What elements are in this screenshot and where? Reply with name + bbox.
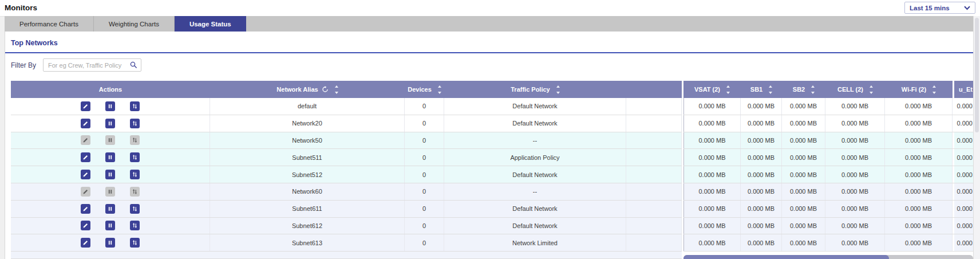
column-label: Devices [408, 86, 432, 93]
horizontal-scrollbar-thumb[interactable] [683, 255, 889, 259]
pause-action-button[interactable] [105, 170, 115, 179]
usage-cell-sb1: 0.000 MB [741, 218, 782, 234]
network-alias-cell: Subnet611 [210, 201, 405, 217]
pause-action-button[interactable] [105, 204, 115, 214]
network-alias-cell: Subnet511 [210, 149, 405, 166]
edit-pencil-icon [82, 171, 89, 178]
tab-bar: Performance Charts Weighting Charts Usag… [5, 16, 973, 32]
usage-cell-sb2: 0.000 MB [782, 183, 825, 200]
filler-cell [626, 166, 682, 183]
column-header-sb2[interactable]: SB2 [782, 81, 825, 98]
column-header-wi-fi-2[interactable]: Wi-Fi (2) [885, 81, 953, 98]
actions-cell [11, 218, 210, 234]
usage-cell-cell-2: 0.000 MB [825, 201, 885, 217]
column-header-sb1[interactable]: SB1 [741, 81, 782, 98]
filter-input-wrap [43, 58, 141, 72]
edit-action-button[interactable] [81, 101, 90, 111]
devices-cell: 0 [405, 201, 444, 217]
edit-pencil-icon [82, 240, 89, 246]
edit-action-button [81, 135, 90, 145]
pause-action-button[interactable] [105, 221, 115, 230]
pause-icon [107, 206, 113, 212]
priority-action-button[interactable] [130, 204, 140, 214]
up-down-arrows-icon [132, 189, 138, 195]
priority-action-button[interactable] [130, 101, 140, 111]
filter-input[interactable] [43, 58, 141, 72]
edit-pencil-icon [82, 120, 89, 127]
sort-arrows [870, 84, 873, 95]
actions-cell [11, 201, 210, 217]
up-down-arrows-icon [132, 154, 138, 160]
table-row-usage: 0.000 MB0.000 MB0.000 MB0.000 MB0.000 MB… [683, 201, 973, 218]
column-header-u-et[interactable]: u_Et [953, 81, 973, 98]
chevron-down-icon [964, 6, 970, 10]
priority-action-button[interactable] [130, 152, 140, 162]
table-row-usage: 0.000 MB0.000 MB0.000 MB0.000 MB0.000 MB… [683, 183, 973, 201]
traffic-policy-cell: Default Network [444, 201, 626, 217]
usage-cell-u-et: 0.000 MB [953, 201, 973, 217]
right-body: 0.000 MB0.000 MB0.000 MB0.000 MB0.000 MB… [683, 98, 973, 252]
priority-action-button[interactable] [130, 238, 140, 248]
usage-cell-vsat-2: 0.000 MB [683, 218, 741, 234]
devices-cell: 0 [405, 218, 444, 234]
pause-action-button[interactable] [105, 238, 115, 248]
usage-cell-cell-2: 0.000 MB [825, 115, 885, 132]
column-header-vsat-2[interactable]: VSAT (2) [683, 81, 741, 98]
search-icon[interactable] [130, 61, 137, 69]
pause-action-button[interactable] [105, 152, 115, 162]
priority-action-button[interactable] [130, 119, 140, 128]
usage-cell-u-et: 0.000 MB [953, 115, 973, 132]
pause-action-button [105, 135, 115, 145]
column-header-devices[interactable]: Devices [405, 81, 444, 98]
table-row: Subnet6130Network Limited [11, 234, 682, 252]
edit-pencil-icon [82, 154, 89, 160]
refresh-icon[interactable] [322, 86, 329, 93]
vertical-scrollbar[interactable] [973, 16, 980, 259]
filler-cell [626, 218, 682, 234]
sort-arrows [811, 84, 815, 95]
usage-cell-vsat-2: 0.000 MB [683, 115, 741, 132]
edit-action-button[interactable] [81, 119, 90, 128]
edit-action-button[interactable] [81, 170, 90, 179]
traffic-policy-cell: Network Limited [444, 234, 626, 251]
network-alias-cell: Subnet613 [210, 234, 405, 251]
devices-cell: 0 [405, 98, 444, 115]
usage-cell-sb2: 0.000 MB [782, 98, 825, 115]
up-down-arrows-icon [132, 137, 138, 143]
usage-cell-cell-2: 0.000 MB [825, 166, 885, 183]
priority-action-button[interactable] [130, 221, 140, 230]
usage-cell-sb1: 0.000 MB [741, 166, 782, 183]
edit-action-button[interactable] [81, 238, 90, 248]
time-range-select[interactable]: Last 15 mins [904, 2, 975, 14]
table-row-usage: 0.000 MB0.000 MB0.000 MB0.000 MB0.000 MB… [683, 218, 973, 235]
edit-action-button[interactable] [81, 204, 90, 214]
tab-performance-charts[interactable]: Performance Charts [5, 16, 94, 32]
priority-action-button[interactable] [130, 170, 140, 179]
column-header-filler [626, 81, 682, 98]
right-header-row: VSAT (2)SB1SB2CELL (2)Wi-Fi (2)u_Et [683, 81, 973, 98]
table-frozen-pane: ActionsNetwork AliasDevicesTraffic Polic… [11, 81, 682, 259]
edit-action-button[interactable] [81, 152, 90, 162]
tab-usage-status[interactable]: Usage Status [175, 16, 246, 32]
column-header-traffic-policy[interactable]: Traffic Policy [444, 81, 626, 98]
usage-cell-sb2: 0.000 MB [782, 149, 825, 166]
column-header-cell-2[interactable]: CELL (2) [825, 81, 885, 98]
column-header-network-alias[interactable]: Network Alias [210, 81, 405, 98]
column-label: SB1 [750, 86, 762, 93]
pause-action-button[interactable] [105, 101, 115, 111]
pause-icon [107, 240, 113, 246]
pause-icon [107, 103, 113, 109]
usage-cell-cell-2: 0.000 MB [825, 183, 885, 200]
usage-cell-vsat-2: 0.000 MB [683, 166, 741, 183]
priority-action-button [130, 187, 140, 197]
devices-cell: 0 [405, 234, 444, 251]
network-alias-cell: Network60 [210, 183, 405, 200]
edit-action-button[interactable] [81, 221, 90, 230]
devices-cell: 0 [405, 149, 444, 166]
horizontal-scrollbar[interactable] [683, 255, 973, 259]
pause-action-button[interactable] [105, 119, 115, 128]
traffic-policy-cell: Default Network [444, 218, 626, 234]
vertical-scrollbar-thumb[interactable] [975, 18, 979, 132]
usage-cell-wi-fi-2: 0.000 MB [885, 132, 953, 149]
tab-weighting-charts[interactable]: Weighting Charts [94, 16, 175, 32]
